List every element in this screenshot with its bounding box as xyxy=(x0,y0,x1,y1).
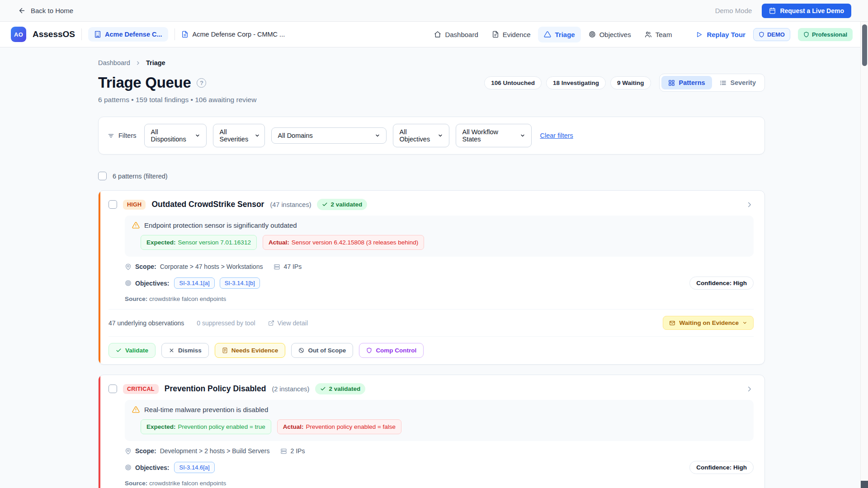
chevron-down-icon xyxy=(742,320,747,325)
objectives-row: Objectives: SI-3.14.1[a] SI-3.14.1[b] Co… xyxy=(125,277,754,290)
shield-icon xyxy=(366,347,372,353)
calendar-icon xyxy=(769,7,776,14)
confidence-badge: Confidence: High xyxy=(689,277,754,290)
pattern-checkbox[interactable] xyxy=(108,385,117,393)
untouched-count-badge: 106 Untouched xyxy=(484,76,542,89)
warning-triangle-icon xyxy=(544,31,551,38)
ip-count: 2 IPs xyxy=(280,447,305,455)
shield-icon xyxy=(803,32,809,38)
source-row: Source: crowdstrike falcon endpoints xyxy=(125,296,754,302)
app-logo: AO xyxy=(11,27,26,42)
objective-badge[interactable]: SI-3.14.6[a] xyxy=(174,462,214,473)
filters-label: Filters xyxy=(108,132,136,139)
objective-badge[interactable]: SI-3.14.1[b] xyxy=(220,277,260,289)
help-icon[interactable]: ? xyxy=(197,78,206,88)
expand-chevron[interactable] xyxy=(745,385,754,393)
expected-value: Expected: Prevention policy enabled = tr… xyxy=(141,419,271,434)
dispositions-select[interactable]: All Dispositions xyxy=(144,124,207,147)
out-of-scope-button[interactable]: Out of Scope xyxy=(291,343,353,358)
replay-tour-button[interactable]: Replay Tour xyxy=(696,31,745,38)
server-icon xyxy=(280,448,287,455)
chevron-down-icon xyxy=(438,133,443,138)
people-icon xyxy=(645,31,652,38)
chevron-down-icon xyxy=(520,133,525,138)
select-all-row: 6 patterns (filtered) xyxy=(98,172,765,180)
source-value: crowdstrike falcon endpoints xyxy=(149,480,226,487)
building-icon xyxy=(94,31,101,38)
request-live-demo-button[interactable]: Request a Live Demo xyxy=(762,4,851,18)
scrollbar-bottom-button[interactable] xyxy=(861,481,868,488)
instance-count: (2 instances) xyxy=(272,385,309,393)
divider xyxy=(81,28,82,40)
needs-evidence-button[interactable]: Needs Evidence xyxy=(215,343,286,358)
external-link-icon xyxy=(268,320,274,326)
x-icon xyxy=(169,347,175,353)
toggle-patterns[interactable]: Patterns xyxy=(661,76,712,89)
filters-bar: Filters All Dispositions All Severities … xyxy=(98,117,765,155)
arrow-left-icon xyxy=(18,7,26,14)
ban-icon xyxy=(298,347,304,353)
page-subtitle: 6 patterns • 159 total findings • 106 aw… xyxy=(98,96,765,104)
vertical-scrollbar[interactable] xyxy=(860,22,868,488)
severity-badge: CRITICAL xyxy=(123,384,159,394)
mail-icon xyxy=(669,320,675,326)
source-value: crowdstrike falcon endpoints xyxy=(149,296,226,302)
objective-badge[interactable]: SI-3.14.1[a] xyxy=(174,277,214,289)
source-row: Source: crowdstrike falcon endpoints xyxy=(125,480,754,487)
map-pin-icon xyxy=(125,448,132,455)
observations-count: 47 underlying observations xyxy=(108,319,184,327)
scope-row: Scope: Corporate > 47 hosts > Workstatio… xyxy=(125,263,754,270)
target-icon xyxy=(125,464,132,471)
chevron-right-icon xyxy=(135,60,141,66)
check-icon xyxy=(116,347,122,353)
nav-evidence[interactable]: Evidence xyxy=(486,27,537,42)
chevron-down-icon xyxy=(255,133,260,138)
finding-summary: Real-time malware prevention is disabled… xyxy=(125,400,754,441)
breadcrumb-dashboard[interactable]: Dashboard xyxy=(98,59,130,66)
chevron-right-icon xyxy=(745,201,754,209)
back-to-home-link[interactable]: Back to Home xyxy=(18,7,73,14)
validate-button[interactable]: Validate xyxy=(108,343,156,358)
nav-objectives[interactable]: Objectives xyxy=(583,27,637,42)
severity-badge: HIGH xyxy=(123,200,146,210)
org-selector[interactable]: Acme Defense C... xyxy=(88,27,168,42)
scrollbar-thumb[interactable] xyxy=(862,24,867,66)
severities-select[interactable]: All Severities xyxy=(213,124,265,147)
comp-control-button[interactable]: Comp Control xyxy=(359,343,424,358)
objectives-select[interactable]: All Objectives xyxy=(393,124,449,147)
play-icon xyxy=(696,31,703,38)
pattern-title[interactable]: Outdated CrowdStrike Sensor xyxy=(151,200,264,209)
view-detail-link[interactable]: View detail xyxy=(268,319,308,327)
validated-badge: 2 validated xyxy=(315,383,365,394)
workflow-states-select[interactable]: All Workflow States xyxy=(456,124,532,147)
brand-name: AssessOS xyxy=(33,29,75,39)
workflow-state-dropdown[interactable]: Waiting on Evidence xyxy=(663,316,754,330)
file-icon xyxy=(492,31,499,38)
instance-count: (47 instances) xyxy=(270,201,311,208)
check-icon xyxy=(322,202,328,207)
pattern-title[interactable]: Prevention Policy Disabled xyxy=(165,384,266,394)
select-all-checkbox[interactable] xyxy=(98,172,107,180)
validated-badge: 2 validated xyxy=(317,199,367,210)
clear-filters-link[interactable]: Clear filters xyxy=(540,132,573,139)
server-icon xyxy=(274,263,280,270)
breadcrumb-current: Triage xyxy=(146,59,165,66)
objectives-row: Objectives: SI-3.14.6[a] Confidence: Hig… xyxy=(125,461,754,474)
toggle-severity[interactable]: Severity xyxy=(713,76,763,89)
nav-triage[interactable]: Triage xyxy=(538,27,580,42)
file-text-icon xyxy=(222,347,228,353)
finding-summary: Endpoint protection sensor is significan… xyxy=(125,216,754,257)
assessment-selector[interactable]: Acme Defense Corp - CMMC ... xyxy=(181,31,285,38)
select-all-label: 6 patterns (filtered) xyxy=(113,173,168,180)
ip-count: 47 IPs xyxy=(274,263,302,270)
document-icon xyxy=(181,31,189,38)
nav-dashboard[interactable]: Dashboard xyxy=(428,27,484,42)
nav-team[interactable]: Team xyxy=(639,27,678,42)
pattern-checkbox[interactable] xyxy=(108,200,117,209)
finding-text: Endpoint protection sensor is significan… xyxy=(144,221,297,229)
expand-chevron[interactable] xyxy=(745,201,754,209)
map-pin-icon xyxy=(125,263,132,270)
dismiss-button[interactable]: Dismiss xyxy=(161,343,209,358)
pattern-card-prevention-policy: CRITICAL Prevention Policy Disabled (2 i… xyxy=(98,375,765,488)
domains-select[interactable]: All Domains xyxy=(271,127,387,144)
